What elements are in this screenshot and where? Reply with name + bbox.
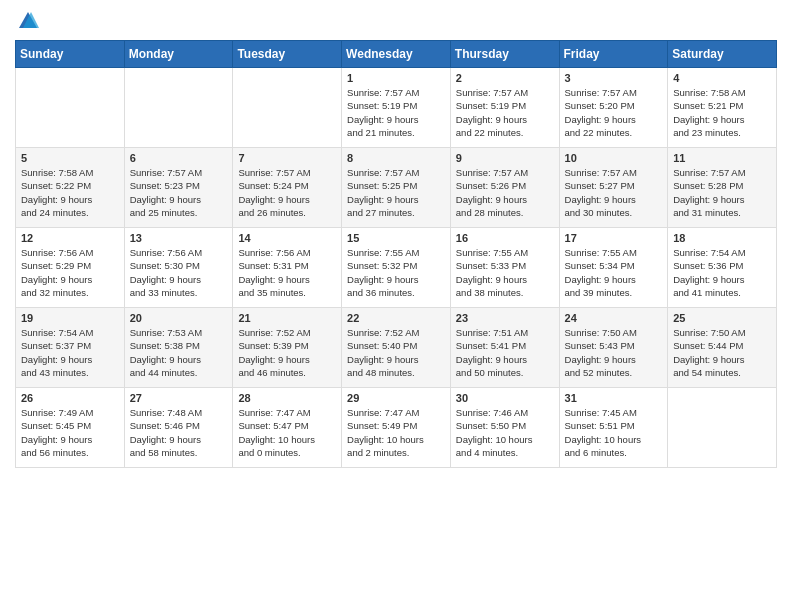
day-content: Sunrise: 7:57 AM Sunset: 5:19 PM Dayligh… xyxy=(347,86,445,139)
calendar-cell: 6Sunrise: 7:57 AM Sunset: 5:23 PM Daylig… xyxy=(124,148,233,228)
calendar-cell: 29Sunrise: 7:47 AM Sunset: 5:49 PM Dayli… xyxy=(342,388,451,468)
day-content: Sunrise: 7:58 AM Sunset: 5:22 PM Dayligh… xyxy=(21,166,119,219)
calendar-week-row: 5Sunrise: 7:58 AM Sunset: 5:22 PM Daylig… xyxy=(16,148,777,228)
calendar-cell: 9Sunrise: 7:57 AM Sunset: 5:26 PM Daylig… xyxy=(450,148,559,228)
header xyxy=(15,10,777,32)
day-number: 20 xyxy=(130,312,228,324)
calendar-cell: 17Sunrise: 7:55 AM Sunset: 5:34 PM Dayli… xyxy=(559,228,668,308)
calendar-cell: 19Sunrise: 7:54 AM Sunset: 5:37 PM Dayli… xyxy=(16,308,125,388)
calendar-cell: 8Sunrise: 7:57 AM Sunset: 5:25 PM Daylig… xyxy=(342,148,451,228)
day-content: Sunrise: 7:50 AM Sunset: 5:44 PM Dayligh… xyxy=(673,326,771,379)
calendar-cell: 1Sunrise: 7:57 AM Sunset: 5:19 PM Daylig… xyxy=(342,68,451,148)
calendar-cell: 10Sunrise: 7:57 AM Sunset: 5:27 PM Dayli… xyxy=(559,148,668,228)
calendar-day-header: Saturday xyxy=(668,41,777,68)
day-content: Sunrise: 7:54 AM Sunset: 5:37 PM Dayligh… xyxy=(21,326,119,379)
calendar-cell: 22Sunrise: 7:52 AM Sunset: 5:40 PM Dayli… xyxy=(342,308,451,388)
calendar-cell: 20Sunrise: 7:53 AM Sunset: 5:38 PM Dayli… xyxy=(124,308,233,388)
day-content: Sunrise: 7:56 AM Sunset: 5:31 PM Dayligh… xyxy=(238,246,336,299)
day-number: 25 xyxy=(673,312,771,324)
calendar-cell: 31Sunrise: 7:45 AM Sunset: 5:51 PM Dayli… xyxy=(559,388,668,468)
day-content: Sunrise: 7:56 AM Sunset: 5:29 PM Dayligh… xyxy=(21,246,119,299)
day-number: 5 xyxy=(21,152,119,164)
day-content: Sunrise: 7:56 AM Sunset: 5:30 PM Dayligh… xyxy=(130,246,228,299)
calendar-cell: 23Sunrise: 7:51 AM Sunset: 5:41 PM Dayli… xyxy=(450,308,559,388)
day-number: 13 xyxy=(130,232,228,244)
day-number: 11 xyxy=(673,152,771,164)
calendar-cell: 28Sunrise: 7:47 AM Sunset: 5:47 PM Dayli… xyxy=(233,388,342,468)
day-content: Sunrise: 7:57 AM Sunset: 5:24 PM Dayligh… xyxy=(238,166,336,219)
day-content: Sunrise: 7:57 AM Sunset: 5:25 PM Dayligh… xyxy=(347,166,445,219)
day-content: Sunrise: 7:53 AM Sunset: 5:38 PM Dayligh… xyxy=(130,326,228,379)
calendar-day-header: Thursday xyxy=(450,41,559,68)
calendar-cell: 3Sunrise: 7:57 AM Sunset: 5:20 PM Daylig… xyxy=(559,68,668,148)
calendar-week-row: 19Sunrise: 7:54 AM Sunset: 5:37 PM Dayli… xyxy=(16,308,777,388)
calendar-cell: 14Sunrise: 7:56 AM Sunset: 5:31 PM Dayli… xyxy=(233,228,342,308)
day-content: Sunrise: 7:55 AM Sunset: 5:32 PM Dayligh… xyxy=(347,246,445,299)
calendar-cell: 26Sunrise: 7:49 AM Sunset: 5:45 PM Dayli… xyxy=(16,388,125,468)
day-number: 27 xyxy=(130,392,228,404)
calendar-cell xyxy=(233,68,342,148)
day-number: 4 xyxy=(673,72,771,84)
calendar-week-row: 26Sunrise: 7:49 AM Sunset: 5:45 PM Dayli… xyxy=(16,388,777,468)
day-number: 3 xyxy=(565,72,663,84)
day-number: 12 xyxy=(21,232,119,244)
day-content: Sunrise: 7:55 AM Sunset: 5:34 PM Dayligh… xyxy=(565,246,663,299)
day-content: Sunrise: 7:45 AM Sunset: 5:51 PM Dayligh… xyxy=(565,406,663,459)
day-content: Sunrise: 7:57 AM Sunset: 5:28 PM Dayligh… xyxy=(673,166,771,219)
calendar-cell: 5Sunrise: 7:58 AM Sunset: 5:22 PM Daylig… xyxy=(16,148,125,228)
day-number: 17 xyxy=(565,232,663,244)
calendar-cell: 13Sunrise: 7:56 AM Sunset: 5:30 PM Dayli… xyxy=(124,228,233,308)
calendar-cell: 4Sunrise: 7:58 AM Sunset: 5:21 PM Daylig… xyxy=(668,68,777,148)
day-number: 26 xyxy=(21,392,119,404)
day-number: 16 xyxy=(456,232,554,244)
day-content: Sunrise: 7:48 AM Sunset: 5:46 PM Dayligh… xyxy=(130,406,228,459)
day-content: Sunrise: 7:54 AM Sunset: 5:36 PM Dayligh… xyxy=(673,246,771,299)
calendar-week-row: 12Sunrise: 7:56 AM Sunset: 5:29 PM Dayli… xyxy=(16,228,777,308)
day-content: Sunrise: 7:57 AM Sunset: 5:20 PM Dayligh… xyxy=(565,86,663,139)
calendar-cell: 11Sunrise: 7:57 AM Sunset: 5:28 PM Dayli… xyxy=(668,148,777,228)
day-number: 1 xyxy=(347,72,445,84)
day-number: 8 xyxy=(347,152,445,164)
day-content: Sunrise: 7:47 AM Sunset: 5:47 PM Dayligh… xyxy=(238,406,336,459)
calendar-header-row: SundayMondayTuesdayWednesdayThursdayFrid… xyxy=(16,41,777,68)
day-number: 22 xyxy=(347,312,445,324)
calendar-cell: 30Sunrise: 7:46 AM Sunset: 5:50 PM Dayli… xyxy=(450,388,559,468)
day-number: 18 xyxy=(673,232,771,244)
day-number: 6 xyxy=(130,152,228,164)
calendar-cell: 15Sunrise: 7:55 AM Sunset: 5:32 PM Dayli… xyxy=(342,228,451,308)
calendar-cell: 24Sunrise: 7:50 AM Sunset: 5:43 PM Dayli… xyxy=(559,308,668,388)
calendar-cell: 25Sunrise: 7:50 AM Sunset: 5:44 PM Dayli… xyxy=(668,308,777,388)
logo xyxy=(15,10,39,32)
day-number: 30 xyxy=(456,392,554,404)
day-number: 9 xyxy=(456,152,554,164)
day-content: Sunrise: 7:57 AM Sunset: 5:19 PM Dayligh… xyxy=(456,86,554,139)
calendar-day-header: Monday xyxy=(124,41,233,68)
calendar-week-row: 1Sunrise: 7:57 AM Sunset: 5:19 PM Daylig… xyxy=(16,68,777,148)
day-content: Sunrise: 7:52 AM Sunset: 5:39 PM Dayligh… xyxy=(238,326,336,379)
day-number: 24 xyxy=(565,312,663,324)
day-content: Sunrise: 7:57 AM Sunset: 5:27 PM Dayligh… xyxy=(565,166,663,219)
day-content: Sunrise: 7:47 AM Sunset: 5:49 PM Dayligh… xyxy=(347,406,445,459)
day-content: Sunrise: 7:57 AM Sunset: 5:23 PM Dayligh… xyxy=(130,166,228,219)
day-number: 28 xyxy=(238,392,336,404)
day-content: Sunrise: 7:51 AM Sunset: 5:41 PM Dayligh… xyxy=(456,326,554,379)
day-number: 14 xyxy=(238,232,336,244)
day-content: Sunrise: 7:55 AM Sunset: 5:33 PM Dayligh… xyxy=(456,246,554,299)
day-number: 31 xyxy=(565,392,663,404)
calendar-cell xyxy=(668,388,777,468)
day-content: Sunrise: 7:58 AM Sunset: 5:21 PM Dayligh… xyxy=(673,86,771,139)
day-number: 2 xyxy=(456,72,554,84)
calendar-cell xyxy=(124,68,233,148)
calendar-day-header: Tuesday xyxy=(233,41,342,68)
day-content: Sunrise: 7:52 AM Sunset: 5:40 PM Dayligh… xyxy=(347,326,445,379)
calendar-table: SundayMondayTuesdayWednesdayThursdayFrid… xyxy=(15,40,777,468)
calendar-cell: 18Sunrise: 7:54 AM Sunset: 5:36 PM Dayli… xyxy=(668,228,777,308)
calendar-cell xyxy=(16,68,125,148)
day-content: Sunrise: 7:46 AM Sunset: 5:50 PM Dayligh… xyxy=(456,406,554,459)
day-number: 21 xyxy=(238,312,336,324)
calendar-cell: 21Sunrise: 7:52 AM Sunset: 5:39 PM Dayli… xyxy=(233,308,342,388)
day-content: Sunrise: 7:49 AM Sunset: 5:45 PM Dayligh… xyxy=(21,406,119,459)
calendar-cell: 16Sunrise: 7:55 AM Sunset: 5:33 PM Dayli… xyxy=(450,228,559,308)
calendar-day-header: Friday xyxy=(559,41,668,68)
logo-icon xyxy=(17,10,39,32)
